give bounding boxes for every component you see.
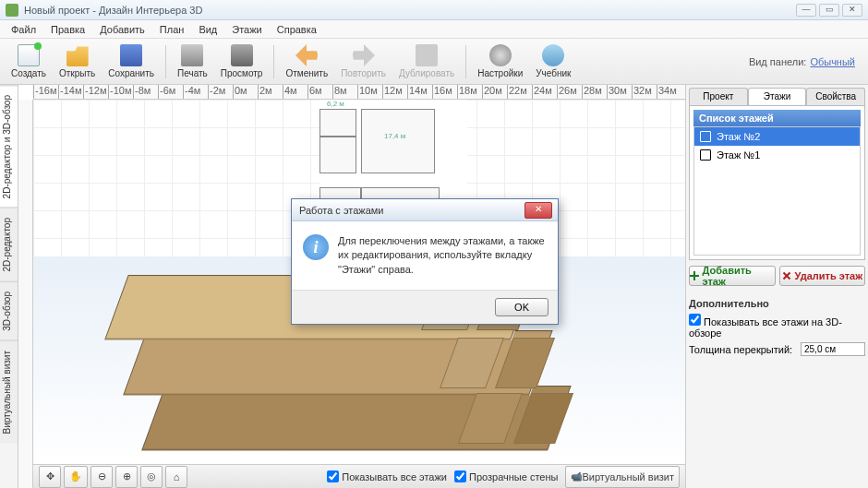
open-button[interactable]: Открыть: [54, 42, 101, 80]
menu-add[interactable]: Добавить: [92, 22, 152, 37]
dialog-titlebar[interactable]: Работа с этажами ✕: [292, 199, 558, 221]
zoom-in-icon: ⊕: [123, 470, 131, 482]
zoom-in-3d-button[interactable]: ⊕: [115, 466, 138, 488]
duplicate-button[interactable]: Дублировать: [393, 42, 460, 80]
tab-virtual-visit[interactable]: Виртуальный визит: [0, 340, 18, 444]
tab-project[interactable]: Проект: [689, 88, 748, 105]
bottombar: ✥ ✋ ⊖ ⊕ ◎ ⌂ Показывать все этажи Прозрач…: [33, 464, 685, 488]
preview-button[interactable]: Просмотр: [215, 42, 269, 80]
tab-3d-view[interactable]: 3D-обзор: [0, 281, 18, 340]
panel-mode-label: Вид панели:: [749, 56, 806, 67]
plus-icon: [690, 271, 699, 280]
new-button[interactable]: Создать: [6, 42, 52, 80]
home-3d-button[interactable]: ⌂: [165, 466, 187, 488]
tab-floors[interactable]: Этажи: [748, 88, 807, 105]
zoom-out-3d-button[interactable]: ⊖: [90, 466, 113, 488]
menu-plan[interactable]: План: [152, 22, 192, 37]
virtual-visit-button[interactable]: 📹 Виртуальный визит: [565, 466, 680, 488]
window-titlebar: Новый проект - Дизайн Интерьера 3D — ▭ ✕: [0, 0, 868, 20]
menu-floors[interactable]: Этажи: [224, 22, 269, 37]
dialog-title: Работа с этажами: [299, 205, 384, 216]
floors-dialog: Работа с этажами ✕ i Для переключения ме…: [291, 198, 559, 325]
minimize-button[interactable]: —: [796, 4, 816, 17]
dialog-message: Для переключения между этажами, а также …: [338, 234, 547, 277]
menu-edit[interactable]: Правка: [43, 22, 92, 37]
window-title: Новый проект - Дизайн Интерьера 3D: [24, 5, 796, 16]
main-toolbar: Создать Открыть Сохранить Печать Просмот…: [0, 39, 868, 85]
close-button[interactable]: ✕: [842, 4, 862, 17]
thickness-input[interactable]: [801, 342, 865, 356]
dialog-close-button[interactable]: ✕: [524, 202, 552, 219]
dialog-ok-button[interactable]: OK: [495, 298, 549, 316]
ruler-vertical: [18, 100, 33, 488]
add-floor-button[interactable]: Добавить этаж: [689, 266, 776, 286]
print-button[interactable]: Печать: [172, 42, 213, 80]
extra-section-title: Дополнительно: [689, 295, 865, 312]
undo-button[interactable]: Отменить: [280, 42, 333, 80]
cursor-button[interactable]: ✥: [39, 466, 61, 488]
menu-help[interactable]: Справка: [270, 22, 324, 37]
tab-2d-3d[interactable]: 2D-редактор и 3D-обзор: [0, 85, 18, 208]
floor-item-label: Этаж №1: [717, 149, 760, 161]
panel-mode-link[interactable]: Обычный: [810, 56, 855, 67]
floor-list: Этаж №2 Этаж №1: [693, 126, 861, 256]
tab-2d-editor[interactable]: 2D-редактор: [0, 208, 18, 281]
cursor-icon: ✥: [46, 470, 54, 482]
show-all-floors-checkbox[interactable]: Показывать все этажи: [327, 470, 447, 482]
dimension-label: 6,2 м: [327, 100, 344, 108]
settings-button[interactable]: Настройки: [472, 42, 528, 80]
floor-item-1[interactable]: Этаж №1: [694, 146, 860, 164]
reset-3d-button[interactable]: ◎: [140, 466, 163, 488]
redo-button[interactable]: Повторить: [335, 42, 392, 80]
menu-view[interactable]: Вид: [191, 22, 224, 37]
transparent-walls-checkbox[interactable]: Прозрачные стены: [454, 470, 558, 482]
menubar: Файл Правка Добавить План Вид Этажи Спра…: [0, 20, 868, 39]
delete-floor-button[interactable]: Удалить этаж: [779, 266, 866, 286]
info-icon: i: [303, 234, 329, 260]
view-tabs: 2D-редактор и 3D-обзор 2D-редактор 3D-об…: [0, 85, 18, 488]
dimension-label: 17,4 м: [384, 132, 405, 140]
pan-button[interactable]: ✋: [64, 466, 88, 488]
floor-icon: [700, 149, 711, 161]
tab-properties[interactable]: Свойства: [806, 88, 865, 105]
hand-icon: ✋: [69, 470, 82, 482]
target-icon: ◎: [147, 470, 156, 482]
floor-icon: [700, 131, 711, 142]
zoom-out-icon: ⊖: [98, 470, 106, 482]
help-button[interactable]: Учебник: [530, 42, 576, 80]
home-icon: ⌂: [174, 471, 180, 482]
maximize-button[interactable]: ▭: [819, 4, 839, 17]
thickness-label: Толщина перекрытий:: [689, 344, 797, 355]
cross-icon: [782, 271, 791, 280]
save-button[interactable]: Сохранить: [102, 42, 160, 80]
show-all-3d-checkbox[interactable]: Показывать все этажи на 3D-обзоре: [689, 314, 865, 339]
app-icon: [6, 4, 18, 17]
floor-list-title: Список этажей: [693, 110, 861, 126]
ruler-horizontal: -16м-14м-12м-10м-8м-6м-4м-2м0м2м4м6м8м10…: [33, 85, 685, 100]
floor-item-label: Этаж №2: [717, 131, 760, 142]
menu-file[interactable]: Файл: [4, 22, 43, 37]
floor-item-2[interactable]: Этаж №2: [694, 127, 860, 146]
right-panel: Проект Этажи Свойства Список этажей Этаж…: [685, 85, 868, 488]
